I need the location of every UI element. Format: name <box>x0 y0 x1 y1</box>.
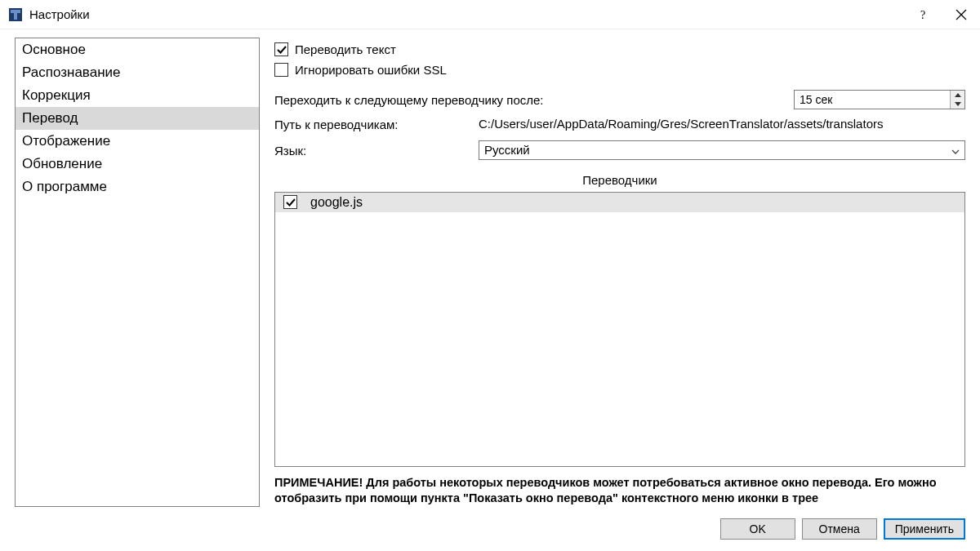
svg-marker-7 <box>955 102 961 106</box>
translator-checkbox-0[interactable] <box>283 195 297 209</box>
sidebar-item-0[interactable]: Основное <box>16 38 259 61</box>
translators-heading: Переводчики <box>274 173 965 187</box>
sidebar-item-2[interactable]: Коррекция <box>16 84 259 107</box>
next-translator-row: Переходить к следующему переводчику посл… <box>274 90 965 109</box>
translator-item-0[interactable]: google.js <box>275 193 964 212</box>
note-text: ПРИМЕЧАНИЕ! Для работы некоторых перевод… <box>274 475 965 507</box>
sidebar-item-3[interactable]: Перевод <box>16 107 259 130</box>
svg-rect-2 <box>14 10 17 20</box>
spin-up-button[interactable] <box>951 91 964 100</box>
next-translator-label: Переходить к следующему переводчику посл… <box>274 93 544 107</box>
language-value: Русский <box>484 143 947 157</box>
help-button[interactable]: ? <box>905 0 942 29</box>
ok-button[interactable]: OK <box>720 518 795 540</box>
translators-list: google.js <box>274 192 965 467</box>
sidebar-item-5[interactable]: Обновление <box>16 153 259 176</box>
language-label: Язык: <box>274 142 479 158</box>
main-panel: Переводить текст Игнорировать ошибки SSL… <box>274 38 965 507</box>
dialog-body: ОсновноеРаспознаваниеКоррекцияПереводОто… <box>0 29 980 513</box>
dialog-footer: OK Отмена Применить <box>0 513 980 551</box>
window-title: Настройки <box>29 7 90 21</box>
translate-text-label: Переводить текст <box>295 42 396 56</box>
translate-text-checkbox[interactable] <box>274 42 288 56</box>
spin-down-button[interactable] <box>951 100 964 109</box>
app-icon <box>8 7 23 22</box>
chevron-down-icon <box>947 143 960 157</box>
cancel-button[interactable]: Отмена <box>802 518 877 540</box>
translate-text-row: Переводить текст <box>274 42 965 56</box>
close-button[interactable] <box>942 0 980 29</box>
svg-marker-6 <box>955 93 961 97</box>
translators-path-label: Путь к переводчикам: <box>274 116 479 131</box>
titlebar: Настройки ? <box>0 0 980 29</box>
language-select[interactable]: Русский <box>479 140 965 160</box>
ignore-ssl-checkbox[interactable] <box>274 63 288 77</box>
language-row: Язык: Русский <box>274 140 965 160</box>
ignore-ssl-row: Игнорировать ошибки SSL <box>274 63 965 77</box>
settings-window: Настройки ? ОсновноеРаспознаваниеКоррекц… <box>0 0 980 551</box>
sidebar-item-4[interactable]: Отображение <box>16 130 259 153</box>
sidebar-item-1[interactable]: Распознавание <box>16 61 259 84</box>
translators-path-value: C:/Users/user/AppData/Roaming/Gres/Scree… <box>479 116 965 132</box>
sidebar-item-6[interactable]: О программе <box>16 176 259 198</box>
next-translator-input[interactable] <box>795 91 950 109</box>
translators-path-row: Путь к переводчикам: C:/Users/user/AppDa… <box>274 116 965 132</box>
apply-button[interactable]: Применить <box>884 518 965 540</box>
svg-text:?: ? <box>920 9 925 20</box>
translator-label-0: google.js <box>310 195 363 210</box>
sidebar: ОсновноеРаспознаваниеКоррекцияПереводОто… <box>15 38 260 507</box>
next-translator-spinbox[interactable] <box>794 90 965 109</box>
ignore-ssl-label: Игнорировать ошибки SSL <box>295 63 447 77</box>
